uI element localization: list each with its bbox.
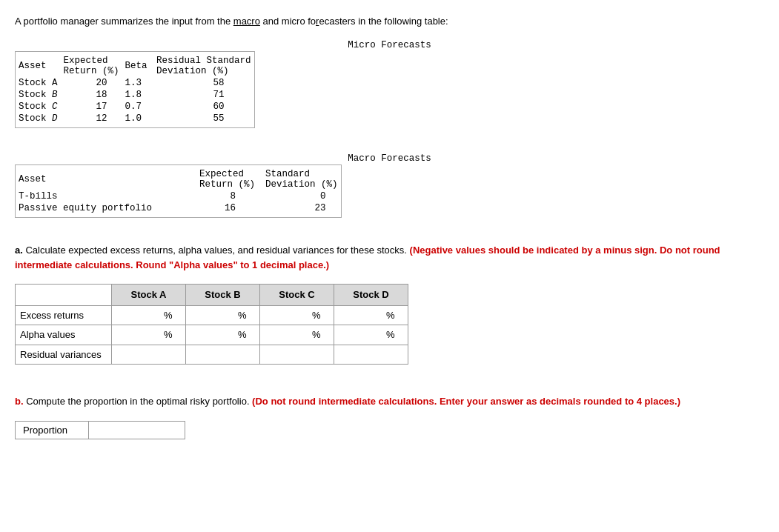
micro-row-3-beta: 0.7 xyxy=(122,101,154,113)
macro-forecasts-table: Asset ExpectedReturn (%) StandardDeviati… xyxy=(16,168,341,214)
input-cell-alpha-d[interactable]: % xyxy=(334,325,408,345)
micro-forecasts-table: Asset ExpectedReturn (%) Beta Residual S… xyxy=(16,55,254,124)
micro-row-4-beta: 1.0 xyxy=(122,113,154,124)
macro-row-1-asset: T-bills xyxy=(16,190,155,202)
input-cell-alpha-c[interactable]: % xyxy=(260,325,334,345)
input-cell-alpha-b[interactable]: % xyxy=(186,325,260,345)
row-label-alpha: Alpha values xyxy=(16,325,112,345)
micro-row-1-return: 20 xyxy=(61,77,122,89)
macro-col-asset-header: Asset xyxy=(16,168,155,190)
micro-row-1-residual: 58 xyxy=(153,77,254,89)
macro-row-2-stddev: 23 xyxy=(258,202,341,214)
macro-row-2-return: 16 xyxy=(155,202,258,214)
answer-table-a: Stock A Stock B Stock C Stock D Excess r… xyxy=(15,284,408,365)
micro-row-4-asset: Stock D xyxy=(16,113,61,124)
pct-symbol-alpha-c: % xyxy=(312,327,324,342)
question-a-bold: (Negative values should be indicated by … xyxy=(15,245,720,270)
micro-row-2-asset: Stock B xyxy=(16,89,61,101)
residual-variances-a-input[interactable] xyxy=(112,347,179,362)
macro-forecasts-title: Macro Forecasts xyxy=(15,153,764,164)
excess-returns-a-input[interactable] xyxy=(112,307,164,323)
answer-table-header-stockd: Stock D xyxy=(334,285,408,306)
row-label-excess: Excess returns xyxy=(16,305,112,325)
pct-symbol-excess-c: % xyxy=(312,308,324,323)
table-row: Passive equity portfolio 16 23 xyxy=(16,202,341,214)
macro-forecasts-table-wrap: Asset ExpectedReturn (%) StandardDeviati… xyxy=(15,164,342,218)
macro-col-return-header: ExpectedReturn (%) xyxy=(155,168,258,190)
question-b-bold: (Do not round intermediate calculations.… xyxy=(252,396,680,407)
pct-symbol-excess-d: % xyxy=(386,308,398,323)
micro-row-2-return: 18 xyxy=(61,89,122,101)
input-cell-excess-d[interactable]: % xyxy=(334,305,408,325)
micro-row-4-residual: 55 xyxy=(153,113,254,124)
input-cell-alpha-a[interactable]: % xyxy=(112,325,186,345)
input-cell-residual-b[interactable] xyxy=(186,345,260,365)
micro-row-2-beta: 1.8 xyxy=(122,89,154,101)
question-a-text: a. Calculate expected excess returns, al… xyxy=(15,243,764,272)
residual-variances-d-input[interactable] xyxy=(334,347,401,362)
table-row: Stock C 17 0.7 60 xyxy=(16,101,254,113)
proportion-row: Proportion xyxy=(15,421,764,439)
excess-returns-d-input[interactable] xyxy=(334,307,386,323)
answer-table-header-stockc: Stock C xyxy=(260,285,334,306)
alpha-values-a-input[interactable] xyxy=(112,327,164,342)
proportion-input[interactable] xyxy=(89,421,185,439)
micro-row-3-return: 17 xyxy=(61,101,122,113)
micro-forecasts-section: Micro Forecasts Asset ExpectedReturn (%)… xyxy=(15,40,764,130)
input-cell-excess-c[interactable]: % xyxy=(260,305,334,325)
pct-symbol-alpha-a: % xyxy=(164,327,176,342)
pct-symbol-alpha-d: % xyxy=(386,327,398,342)
question-a-section: a. Calculate expected excess returns, al… xyxy=(15,243,764,365)
table-row: Stock B 18 1.8 71 xyxy=(16,89,254,101)
input-cell-residual-c[interactable] xyxy=(260,345,334,365)
macro-row-2-asset: Passive equity portfolio xyxy=(16,202,155,214)
question-b-text: b. Compute the proportion in the optimal… xyxy=(15,394,764,409)
question-b-section: b. Compute the proportion in the optimal… xyxy=(15,394,764,409)
answer-table-header-empty xyxy=(16,285,112,306)
macro-forecasts-section: Macro Forecasts Asset ExpectedReturn (%)… xyxy=(15,153,764,220)
alpha-values-d-input[interactable] xyxy=(334,327,386,342)
micro-row-2-residual: 71 xyxy=(153,89,254,101)
row-label-residual: Residual variances xyxy=(16,345,112,365)
micro-col-beta-header: Beta xyxy=(122,55,154,77)
input-cell-excess-b[interactable]: % xyxy=(186,305,260,325)
alpha-values-b-input[interactable] xyxy=(186,327,238,342)
excess-returns-c-input[interactable] xyxy=(260,307,312,323)
macro-col-stddev-header: StandardDeviation (%) xyxy=(258,168,341,190)
micro-row-1-asset: Stock A xyxy=(16,77,61,89)
micro-row-3-residual: 60 xyxy=(153,101,254,113)
micro-forecasts-title: Micro Forecasts xyxy=(15,40,764,50)
table-row: Stock D 12 1.0 55 xyxy=(16,113,254,124)
table-row: Alpha values % % % xyxy=(16,325,408,345)
residual-variances-b-input[interactable] xyxy=(186,347,253,362)
table-row: T-bills 8 0 xyxy=(16,190,341,202)
residual-variances-c-input[interactable] xyxy=(260,347,327,362)
input-cell-excess-a[interactable]: % xyxy=(112,305,186,325)
micro-row-1-beta: 1.3 xyxy=(122,77,154,89)
table-row: Residual variances xyxy=(16,345,408,365)
micro-row-4-return: 12 xyxy=(61,113,122,124)
micro-col-residual-header: Residual StandardDeviation (%) xyxy=(153,55,254,77)
macro-row-1-return: 8 xyxy=(155,190,258,202)
input-cell-residual-d[interactable] xyxy=(334,345,408,365)
table-row: Excess returns % % % xyxy=(16,305,408,325)
macro-row-1-stddev: 0 xyxy=(258,190,341,202)
micro-row-3-asset: Stock C xyxy=(16,101,61,113)
micro-forecasts-table-wrap: Asset ExpectedReturn (%) Beta Residual S… xyxy=(15,51,255,128)
alpha-values-c-input[interactable] xyxy=(260,327,312,342)
pct-symbol-excess-a: % xyxy=(164,308,176,323)
answer-table-header-stocka: Stock A xyxy=(112,285,186,306)
pct-symbol-excess-b: % xyxy=(238,308,250,323)
micro-col-asset-header: Asset xyxy=(16,55,61,77)
intro-text: A portfolio manager summarizes the input… xyxy=(15,15,764,28)
answer-table-header-stockb: Stock B xyxy=(186,285,260,306)
table-row: Stock A 20 1.3 58 xyxy=(16,77,254,89)
micro-col-return-header: ExpectedReturn (%) xyxy=(61,55,122,77)
excess-returns-b-input[interactable] xyxy=(186,307,238,323)
proportion-label: Proportion xyxy=(15,421,89,439)
input-cell-residual-a[interactable] xyxy=(112,345,186,365)
pct-symbol-alpha-b: % xyxy=(238,327,250,342)
